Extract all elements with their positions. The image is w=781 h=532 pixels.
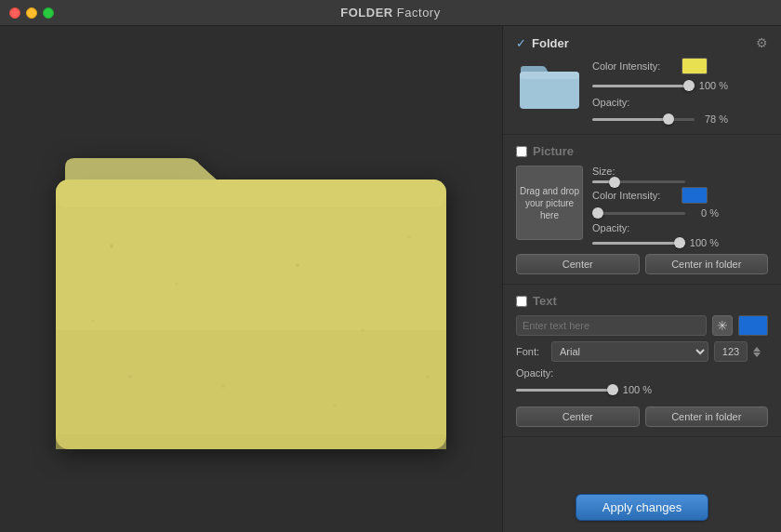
svg-rect-1 <box>56 180 446 207</box>
minimize-button[interactable] <box>26 7 37 19</box>
pic-opacity-slider-row: 100 % <box>592 237 768 248</box>
picture-center-button[interactable]: Center <box>516 254 640 274</box>
text-color-swatch[interactable] <box>738 315 768 336</box>
size-slider-row <box>592 180 768 183</box>
folder-thumbnail <box>516 58 583 113</box>
font-row: Font: Arial <box>516 341 768 362</box>
text-input-row: ✳ <box>516 315 768 336</box>
picture-section-header: Picture <box>516 144 768 158</box>
text-opacity-slider[interactable] <box>516 389 618 392</box>
size-slider[interactable] <box>592 180 685 183</box>
svg-point-13 <box>426 375 430 379</box>
apply-button-container: Apply changes <box>503 494 781 521</box>
pic-color-intensity-label: Color Intensity: <box>592 190 676 201</box>
main-layout: ✓ Folder ⚙ Color Intensity: <box>0 26 781 532</box>
text-section-title: Text <box>533 294 557 308</box>
svg-point-4 <box>110 245 113 248</box>
text-center-in-folder-button[interactable]: Center in folder <box>645 406 769 427</box>
picture-section-content: Drag and drop your picture here Size: Co… <box>516 166 768 248</box>
pic-opacity-label-row: Opacity: <box>592 222 768 233</box>
color-intensity-label: Color Intensity: <box>592 60 676 72</box>
text-buttons-row: Center Center in folder <box>516 406 768 427</box>
svg-rect-15 <box>520 72 579 79</box>
picture-checkbox[interactable] <box>516 146 527 157</box>
folder-section-header: ✓ Folder ⚙ <box>516 35 768 50</box>
pic-color-intensity-row: Color Intensity: <box>592 187 768 204</box>
pic-color-intensity-slider-row: 0 % <box>592 207 768 219</box>
pic-opacity-label: Opacity: <box>592 222 676 233</box>
folder-thumb-icon <box>516 58 583 113</box>
text-section-content: ✳ Font: Arial Opacity: <box>516 315 768 427</box>
right-panel: ✓ Folder ⚙ Color Intensity: <box>502 26 781 532</box>
titlebar: FOLDER Factory <box>0 0 781 26</box>
opacity-label-row: Opacity: <box>592 97 768 108</box>
svg-point-9 <box>408 236 411 239</box>
window-title: FOLDER Factory <box>340 6 440 20</box>
size-label: Size: <box>592 166 676 177</box>
opacity-label: Opacity: <box>592 97 676 108</box>
traffic-lights <box>9 7 54 19</box>
svg-rect-3 <box>56 434 446 449</box>
maximize-button[interactable] <box>43 7 54 19</box>
svg-point-5 <box>176 283 179 286</box>
picture-center-in-folder-button[interactable]: Center in folder <box>645 254 769 274</box>
font-size-input[interactable] <box>714 341 748 362</box>
pic-opacity-value: 100 % <box>689 237 719 248</box>
pic-color-intensity-value: 0 % <box>689 207 719 219</box>
pic-color-intensity-slider[interactable] <box>592 212 685 215</box>
picture-dropzone[interactable]: Drag and drop your picture here <box>516 166 583 240</box>
text-opacity-slider-row: 100 % <box>516 384 768 395</box>
color-intensity-slider-row: 100 % <box>592 80 768 91</box>
dropzone-text: Drag and drop your picture here <box>517 185 582 221</box>
folder-icon <box>37 98 465 460</box>
color-intensity-value: 100 % <box>698 80 728 91</box>
font-label: Font: <box>516 346 546 357</box>
text-opacity-label-row: Opacity: <box>516 367 768 379</box>
opacity-value: 78 % <box>698 113 728 125</box>
folder-section-content: Color Intensity: 100 % Opacity: 78 % <box>516 58 768 125</box>
size-label-row: Size: <box>592 166 768 177</box>
snowflake-button[interactable]: ✳ <box>712 315 733 336</box>
color-intensity-row: Color Intensity: <box>592 58 768 74</box>
folder-section-title: Folder <box>532 36 569 50</box>
text-checkbox[interactable] <box>516 296 527 307</box>
svg-point-11 <box>334 404 337 406</box>
text-opacity-label: Opacity: <box>516 367 600 379</box>
picture-controls: Size: Color Intensity: 0 % <box>592 166 768 248</box>
font-select[interactable]: Arial <box>551 341 708 362</box>
svg-point-7 <box>362 329 364 332</box>
font-size-stepper[interactable] <box>753 341 768 362</box>
color-swatch[interactable] <box>682 58 708 74</box>
pic-color-swatch[interactable] <box>682 187 708 204</box>
text-section-header: Text <box>516 294 768 308</box>
svg-rect-2 <box>56 330 446 449</box>
folder-controls: Color Intensity: 100 % Opacity: 78 % <box>592 58 768 125</box>
apply-changes-button[interactable]: Apply changes <box>576 494 708 521</box>
picture-section-title: Picture <box>533 144 574 158</box>
text-input-field[interactable] <box>516 315 707 336</box>
folder-check-icon: ✓ <box>516 36 526 50</box>
picture-buttons-row: Center Center in folder <box>516 254 768 274</box>
folder-preview-panel <box>0 26 502 532</box>
folder-gear-icon[interactable]: ⚙ <box>756 35 768 50</box>
svg-point-12 <box>92 320 95 323</box>
text-section: Text ✳ Font: Arial <box>503 285 781 437</box>
opacity-slider[interactable] <box>592 118 695 121</box>
folder-preview <box>37 93 465 465</box>
svg-point-10 <box>221 384 225 388</box>
opacity-slider-row: 78 % <box>592 113 768 125</box>
text-opacity-value: 100 % <box>622 384 652 395</box>
picture-section: Picture Drag and drop your picture here … <box>503 135 781 285</box>
close-button[interactable] <box>9 7 20 19</box>
pic-opacity-slider[interactable] <box>592 242 685 245</box>
folder-section: ✓ Folder ⚙ Color Intensity: <box>503 26 781 135</box>
svg-point-6 <box>296 263 299 267</box>
color-intensity-slider[interactable] <box>592 85 695 87</box>
text-center-button[interactable]: Center <box>516 406 640 427</box>
svg-point-8 <box>128 375 132 379</box>
